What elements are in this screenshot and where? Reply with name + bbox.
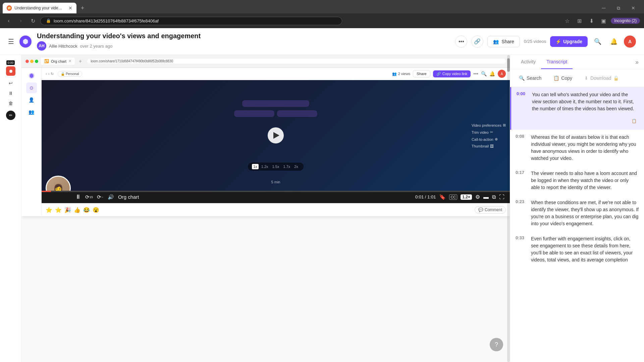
party-reaction[interactable]: 🎉 [64,207,71,213]
time-separator: / [425,194,427,199]
sidebar-pause[interactable]: ⏸ [6,88,15,98]
video-pref-icon: ⊞ [503,123,506,127]
inner-more-button[interactable]: ••• [473,71,478,76]
inner-play-button[interactable] [268,127,284,143]
thumbnail-label: Thumbnail [472,144,489,148]
fast-forward-button[interactable]: ⟳→ [97,194,104,200]
upgrade-label: Upgrade [563,39,582,44]
reload-button[interactable]: ↻ [28,16,38,25]
sidebar-browser-button[interactable]: ▣ [599,16,608,25]
transcript-item[interactable]: 0:33 Even further with engagement insigh… [510,231,644,267]
call-to-action-item[interactable]: Call-to-action ⊕ [472,137,506,141]
download-transcript-button[interactable]: ⬇ Download 🔒 [581,73,622,83]
loom-logo [19,36,32,48]
inner-notif-button[interactable]: 🔔 [489,71,495,76]
inner-search-button[interactable]: 🔍 [481,71,487,76]
comment-label: Comment [485,207,502,212]
transcript-item[interactable]: 0:00 You can tell who's watched your vid… [510,87,644,130]
volume-button[interactable]: 🔊 [108,194,114,200]
thumbnail-item[interactable]: Thumbnail 🖼 [472,144,506,148]
loom-logo-icon [22,38,29,45]
inner-copy-link-button[interactable]: 🔗 Copy video link [433,70,471,77]
search-button[interactable]: 🔍 [592,36,604,48]
transcript-tab[interactable]: Transcript [541,55,573,69]
search-transcript-button[interactable]: 🔍 Search [516,73,545,83]
copy-icon: 📋 [553,75,559,81]
speed-1-5x[interactable]: 1.5x [271,164,281,169]
star2-reaction[interactable]: ⭐ [55,207,62,213]
total-time: 1:01 [427,194,436,199]
transcript-timestamp[interactable]: 0:08 [516,134,528,139]
speed-1-7x[interactable]: 1.7x [282,164,291,169]
transcript-timestamp[interactable]: 0:33 [516,235,528,240]
settings-button[interactable]: ⚙ [475,194,480,200]
help-button[interactable]: ? [490,338,503,351]
incognito-button[interactable]: Incognito (2) [611,18,640,24]
inner-views-count: 2 views [398,72,411,76]
pause-button[interactable]: ⏸ [75,193,81,200]
notifications-button[interactable]: 🔔 [608,36,620,48]
transcript-item[interactable]: 0:23 When these conditions are met, if w… [510,195,644,231]
speed-1x[interactable]: 1x [252,164,259,169]
upgrade-button[interactable]: ⚡ Upgrade [550,36,588,47]
tab-close-button[interactable]: ✕ [68,5,72,11]
more-options-button[interactable]: ••• [455,36,467,48]
transcript-copy-button[interactable]: 📋 [629,116,639,126]
expand-panel-button[interactable]: » [635,59,639,66]
tab-restore[interactable]: ⧉ [613,3,624,13]
transcript-item-header: 0:08 Whereas the list of avatars below i… [516,134,639,162]
inner-tab-close: ✕ [68,59,71,63]
inner-tab-plus: + [79,58,82,64]
comment-button[interactable]: 💬 Comment [475,206,506,214]
download-button[interactable]: ⬇ [587,16,596,25]
share-button[interactable]: 👥 Share [487,36,520,47]
transcript-item[interactable]: 0:08 Whereas the list of avatars below i… [510,130,644,166]
playback-speed-badge[interactable]: 1.2× [461,194,472,200]
user-avatar[interactable]: A [624,36,636,48]
tab-close-window[interactable]: ✕ [628,3,639,13]
pen-tool-button[interactable]: ✏ [6,111,15,120]
scroll-thumb[interactable] [507,58,510,72]
laugh-reaction[interactable]: 😂 [83,207,90,213]
copy-label: Copy [561,75,572,81]
sidebar-undo[interactable]: ↩ [6,78,15,88]
inner-views: 👥 2 views [392,72,411,76]
extensions-button[interactable]: ⊞ [575,16,584,25]
record-button[interactable]: ⏺ [6,66,15,76]
rec-label: 0:00 [6,60,15,65]
back-button[interactable]: ‹ [4,16,13,25]
bookmark-control[interactable]: 🔖 [439,194,446,200]
thumbsup-reaction[interactable]: 👍 [74,207,80,213]
speed-2x[interactable]: 2x [293,164,300,169]
header-actions: ••• 🔗 👥 Share 0/25 videos ⚡ Upgrade 🔍 🔔 … [455,36,636,48]
copy-transcript-button[interactable]: 📋 Copy [550,73,576,83]
pip-button[interactable]: ⧉ [492,194,496,200]
theater-mode-button[interactable]: ▬ [483,194,489,200]
wow-reaction[interactable]: 😮 [93,207,99,213]
active-tab[interactable]: 🔁 Understanding your video's... ✕ [3,3,76,13]
forward-button[interactable]: › [16,16,25,25]
progress-track[interactable] [42,191,510,192]
inner-share-button[interactable]: Share [413,70,430,77]
scroll-indicator [507,55,510,362]
transcript-timestamp[interactable]: 0:23 [516,199,528,204]
new-tab-button[interactable]: + [78,3,87,13]
speed-1-2x[interactable]: 1.2x [260,164,270,169]
bookmark-button[interactable]: ☆ [562,16,572,25]
video-preferences-item[interactable]: Video preferences ⊞ [472,123,506,127]
star-reaction[interactable]: ⭐ [46,207,52,213]
copy-link-button[interactable]: 🔗 [471,36,483,48]
transcript-timestamp[interactable]: 0:00 [517,91,529,96]
sidebar-delete[interactable]: 🗑 [6,99,15,108]
transcript-timestamp[interactable]: 0:17 [516,170,528,175]
rewind-button[interactable]: ⟳15 [85,194,93,200]
tab-minimize[interactable]: ─ [598,3,609,13]
fullscreen-button[interactable]: ⛶ [499,194,504,200]
address-bar[interactable]: 🔒 loom.com/share/8413d25510764fb88734f67… [40,17,342,25]
trim-video-item[interactable]: Trim video ✂ [472,130,506,134]
hamburger-menu-button[interactable]: ☰ [8,38,14,46]
captions-button[interactable]: CC [449,194,457,200]
transcript-item[interactable]: 0:17 The viewer needs to also have a loo… [510,166,644,195]
minimize-dot [30,60,34,63]
activity-tab[interactable]: Activity [516,55,541,69]
